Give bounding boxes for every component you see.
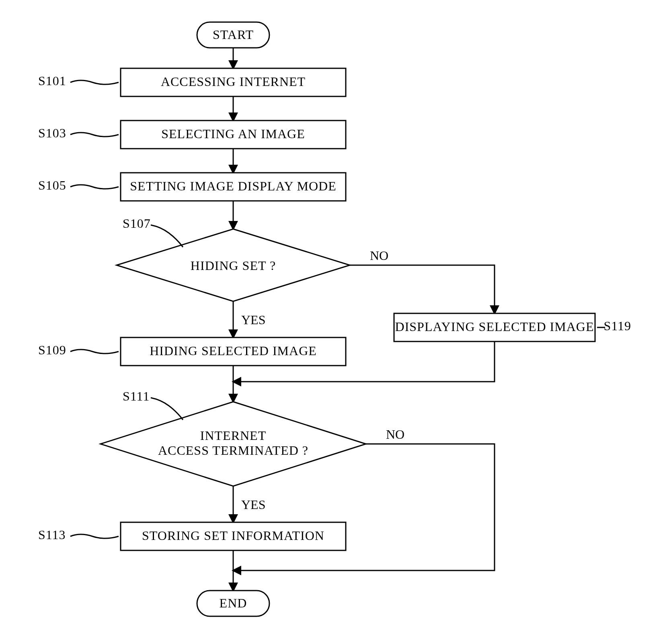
s109-text: HIDING SELECTED IMAGE	[150, 343, 317, 358]
process-s103: SELECTING AN IMAGE	[121, 121, 346, 149]
yes-label-s111: YES	[241, 497, 265, 512]
process-s105: SETTING IMAGE DISPLAY MODE	[121, 173, 346, 201]
ref-leader-s107	[151, 225, 183, 247]
s119-text: DISPLAYING SELECTED IMAGE	[395, 319, 594, 334]
ref-s101: S101	[38, 74, 66, 88]
s111-text-a: INTERNET	[200, 428, 266, 443]
s105-text: SETTING IMAGE DISPLAY MODE	[130, 179, 336, 193]
ref-s107: S107	[123, 216, 151, 231]
flowchart-diagram: START ACCESSING INTERNET S101 SELECTING …	[0, 0, 665, 644]
s107-text: HIDING SET ?	[191, 258, 276, 273]
ref-leader-s105	[70, 185, 119, 189]
process-s119: DISPLAYING SELECTED IMAGE	[394, 313, 595, 341]
process-s109: HIDING SELECTED IMAGE	[121, 337, 346, 366]
ref-s119: S119	[603, 319, 631, 333]
process-s113: STORING SET INFORMATION	[121, 522, 346, 550]
no-label-s111: NO	[386, 427, 404, 442]
s111-text-b: ACCESS TERMINATED ?	[158, 443, 308, 458]
s103-text: SELECTING AN IMAGE	[161, 127, 305, 141]
ref-s103: S103	[38, 126, 66, 140]
ref-leader-s103	[70, 133, 119, 137]
s113-text: STORING SET INFORMATION	[142, 528, 324, 543]
yes-label-s107: YES	[241, 313, 265, 327]
ref-leader-s113	[70, 534, 119, 538]
s101-text: ACCESSING INTERNET	[161, 74, 306, 89]
ref-leader-s111	[151, 398, 183, 420]
end-node: END	[197, 591, 269, 616]
ref-leader-s101	[70, 80, 119, 84]
start-label: START	[213, 27, 254, 42]
decision-s107: HIDING SET ?	[117, 229, 350, 301]
ref-s111: S111	[123, 389, 150, 403]
end-label: END	[220, 596, 247, 610]
decision-s111: INTERNET ACCESS TERMINATED ?	[101, 402, 366, 486]
no-label-s107: NO	[370, 248, 388, 263]
ref-s109: S109	[38, 343, 66, 357]
edge-s107-no	[350, 265, 495, 313]
ref-s105: S105	[38, 178, 66, 192]
ref-s113: S113	[38, 527, 66, 542]
ref-leader-s109	[70, 350, 119, 354]
start-node: START	[197, 22, 269, 48]
process-s101: ACCESSING INTERNET	[121, 68, 346, 96]
